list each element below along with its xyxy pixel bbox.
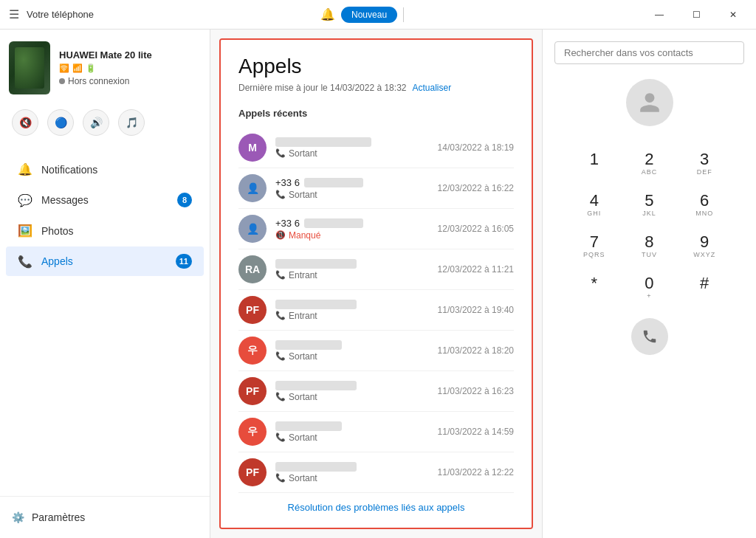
dial-key-3[interactable]: 3DEF [678, 144, 731, 182]
refresh-link[interactable]: Actualiser [412, 83, 451, 93]
call-name-blurred [304, 178, 363, 187]
sidebar-item-messages[interactable]: 💬 Messages 8 [6, 185, 204, 215]
call-date: 11/03/2022 à 18:20 [438, 345, 514, 356]
dial-key-hash[interactable]: # [678, 268, 731, 306]
call-item[interactable]: PF📞Sortant11/03/2022 à 12:22 [238, 452, 514, 493]
call-item[interactable]: 👤+33 6📵Manqué12/03/2022 à 16:05 [238, 209, 514, 249]
call-avatar: 👤 [238, 215, 267, 243]
dial-key-6[interactable]: 6MNO [678, 185, 731, 224]
dial-num: 6 [700, 192, 709, 210]
media-controls: 🔇 🔵 🔊 🎵 [0, 103, 210, 148]
call-type-icon: 📞 [275, 311, 286, 320]
call-type: 📞Sortant [275, 392, 429, 402]
dial-key-9[interactable]: 9WXYZ [678, 227, 731, 265]
dial-num: 5 [645, 192, 653, 210]
volume-button[interactable]: 🔊 [83, 109, 109, 136]
call-item[interactable]: PF📞Entrant11/03/2022 à 19:40 [238, 290, 514, 331]
call-info: 📞Sortant [275, 340, 429, 362]
call-date: 14/03/2022 à 18:19 [438, 142, 514, 153]
call-item[interactable]: 우📞Sortant11/03/2022 à 18:20 [238, 331, 514, 371]
content-area: Appels Dernière mise à jour le 14/03/202… [210, 30, 542, 538]
signal-icon: 📶 [72, 63, 83, 73]
sidebar-item-photos[interactable]: 🖼️ Photos [6, 216, 204, 245]
dial-key-7[interactable]: 7PQRS [568, 227, 621, 265]
call-name-blurred [275, 462, 357, 472]
message-icon: 💬 [18, 193, 32, 207]
call-type-icon: 📞 [275, 190, 286, 199]
music-button[interactable]: 🎵 [118, 109, 145, 136]
bluetooth-button[interactable]: 🔵 [47, 109, 74, 136]
call-name-blurred [275, 421, 342, 431]
call-info: +33 6📵Manqué [275, 218, 429, 241]
device-status-label: Hors connexion [68, 76, 129, 86]
dial-letters: GHI [587, 210, 601, 217]
call-item[interactable]: RA📞Entrant12/03/2022 à 11:21 [238, 249, 514, 290]
minimize-button[interactable]: — [642, 3, 676, 27]
settings-label: Paramètres [32, 511, 85, 523]
dial-num: 3 [700, 151, 709, 168]
call-item[interactable]: PF📞Sortant11/03/2022 à 16:23 [238, 371, 514, 412]
divider [403, 7, 404, 22]
call-type-label: Sortant [289, 148, 317, 159]
dial-key-1[interactable]: 1 [568, 144, 621, 182]
call-name [275, 462, 429, 472]
dial-key-8[interactable]: 8TUV [623, 227, 676, 265]
sidebar-item-appels[interactable]: 📞 Appels 11 [6, 246, 204, 276]
close-button[interactable]: ✕ [716, 3, 750, 27]
sidebar-footer: ⚙️ Paramètres [0, 496, 210, 538]
dial-key-5[interactable]: 5JKL [623, 185, 676, 224]
messages-badge: 8 [177, 193, 192, 207]
maximize-button[interactable]: ☐ [679, 3, 713, 27]
call-name-prefix: +33 6 [275, 218, 300, 229]
call-info: 📞Entrant [275, 300, 429, 321]
sidebar-item-notifications[interactable]: 🔔 Notifications [6, 155, 204, 184]
settings-item[interactable]: ⚙️ Paramètres [12, 506, 198, 529]
bell-icon-button[interactable]: 🔔 [320, 7, 335, 21]
problems-link[interactable]: Résolution des problèmes liés aux appels [238, 493, 514, 522]
dial-letters: ABC [642, 168, 658, 176]
device-status: Hors connexion [59, 76, 201, 86]
call-type-label: Sortant [289, 473, 317, 483]
bell-icon: 🔔 [18, 162, 32, 176]
dial-key-star[interactable]: * [568, 268, 621, 306]
calls-panel: Appels Dernière mise à jour le 14/03/202… [219, 38, 533, 529]
hamburger-icon[interactable]: ☰ [9, 7, 19, 21]
call-type-icon: 📞 [275, 148, 286, 158]
dial-key-2[interactable]: 2ABC [623, 144, 676, 182]
search-contacts-input[interactable] [554, 41, 744, 64]
call-type-icon: 📞 [275, 351, 286, 361]
dialpad-panel: 12ABC3DEF4GHI5JKL6MNO7PQRS8TUV9WXYZ*0+# [542, 30, 756, 538]
wifi-icon: 🛜 [59, 63, 69, 73]
dial-key-0[interactable]: 0+ [623, 268, 676, 306]
device-info: HUAWEI Mate 20 lite 🛜 📶 🔋 Hors connexion [59, 49, 201, 86]
dial-key-4[interactable]: 4GHI [568, 185, 621, 224]
main-layout: HUAWEI Mate 20 lite 🛜 📶 🔋 Hors connexion… [0, 30, 756, 538]
call-item[interactable]: M📞Sortant14/03/2022 à 18:19 [238, 128, 514, 168]
nouveau-button[interactable]: Nouveau [341, 7, 397, 23]
call-name [275, 137, 429, 147]
call-type: 📞Sortant [275, 473, 429, 483]
call-avatar: 👤 [238, 174, 267, 202]
call-info: 📞Sortant [275, 381, 429, 402]
call-avatar: PF [238, 296, 267, 324]
mute-button[interactable]: 🔇 [12, 109, 38, 136]
call-name-blurred [275, 259, 357, 269]
call-name-blurred [275, 381, 357, 390]
call-item[interactable]: 👤+33 6📞Sortant12/03/2022 à 16:22 [238, 168, 514, 209]
call-type-label: Sortant [289, 392, 317, 402]
call-type: 📞Sortant [275, 190, 429, 200]
dial-letters: DEF [697, 168, 712, 176]
device-section: HUAWEI Mate 20 lite 🛜 📶 🔋 Hors connexion [0, 30, 210, 103]
photos-icon: 🖼️ [18, 224, 32, 238]
call-date: 11/03/2022 à 16:23 [438, 386, 514, 396]
call-name-blurred [304, 218, 363, 228]
messages-label: Messages [41, 194, 89, 206]
call-name [275, 300, 429, 309]
titlebar-left: ☰ Votre téléphone [9, 7, 94, 21]
call-avatar: PF [238, 458, 267, 486]
call-button[interactable] [631, 318, 668, 355]
call-item[interactable]: 우📞Sortant11/03/2022 à 14:59 [238, 412, 514, 452]
call-date: 12/03/2022 à 11:21 [438, 264, 514, 275]
call-type: 📞Entrant [275, 311, 429, 321]
call-type-label: Sortant [289, 190, 317, 200]
